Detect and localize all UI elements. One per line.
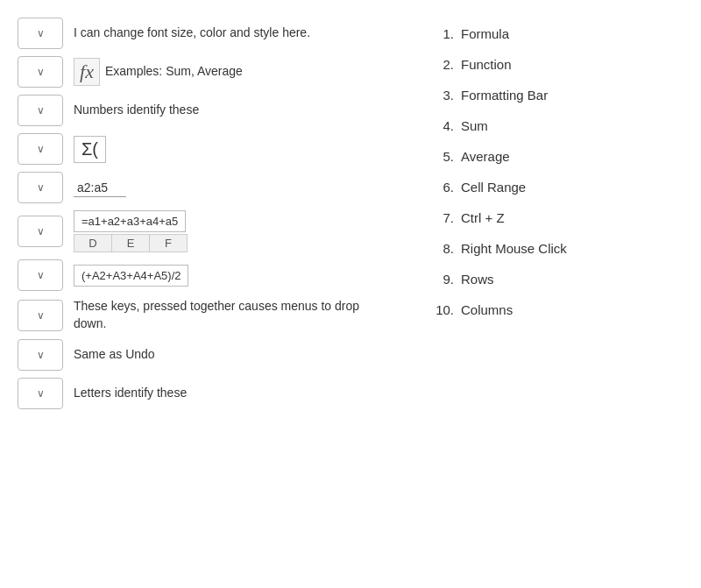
answer-text-1: Formula <box>461 26 509 41</box>
answer-item-10: 10.Columns <box>429 302 683 317</box>
dropdown-7[interactable]: ∨ <box>18 259 63 291</box>
right-column: 1.Formula2.Function3.Formatting Bar4.Sum… <box>429 18 683 409</box>
answer-item-7: 7.Ctrl + Z <box>429 210 683 225</box>
item-label-8: These keys, pressed together causes menu… <box>74 299 359 330</box>
answer-num-6: 6. <box>429 180 454 195</box>
item-label-2: Examples: Sum, Average <box>105 63 243 81</box>
answer-num-1: 1. <box>429 26 454 41</box>
answer-item-1: 1.Formula <box>429 26 683 41</box>
answer-text-10: Columns <box>461 302 513 317</box>
chevron-down-icon-4: ∨ <box>37 143 45 155</box>
item-content-10: Letters identify these <box>74 385 394 402</box>
answer-text-2: Function <box>461 57 512 72</box>
answer-num-9: 9. <box>429 272 454 287</box>
answer-item-3: 3.Formatting Bar <box>429 88 683 103</box>
answer-item-9: 9.Rows <box>429 272 683 287</box>
quiz-item-9: ∨ Same as Undo <box>18 339 394 371</box>
quiz-item-4: ∨ Σ( <box>18 133 394 165</box>
dropdown-1[interactable]: ∨ <box>18 18 63 49</box>
chevron-down-icon-5: ∨ <box>37 181 45 194</box>
chevron-down-icon-2: ∨ <box>37 66 45 78</box>
avg-formula-display: (+A2+A3+A4+A5)/2 <box>74 265 188 287</box>
item-content-7: (+A2+A3+A4+A5)/2 <box>74 265 394 287</box>
quiz-item-10: ∨ Letters identify these <box>18 378 394 409</box>
chevron-down-icon-6: ∨ <box>37 225 45 237</box>
dropdown-2[interactable]: ∨ <box>18 56 63 88</box>
chevron-down-icon-3: ∨ <box>37 104 45 117</box>
answer-text-5: Average <box>461 149 510 164</box>
col-d: D <box>74 235 112 251</box>
answer-text-8: Right Mouse Click <box>461 241 567 256</box>
answer-num-8: 8. <box>429 241 454 256</box>
quiz-item-3: ∨ Numbers identify these <box>18 95 394 126</box>
item-content-3: Numbers identify these <box>74 102 394 119</box>
fx-icon: fx <box>74 58 100 86</box>
item-content-6: =a1+a2+a3+a4+a5 D E F <box>74 210 394 252</box>
col-e: E <box>112 235 150 251</box>
item-label-9: Same as Undo <box>74 347 155 361</box>
answer-num-3: 3. <box>429 88 454 103</box>
chevron-down-icon-9: ∨ <box>37 349 45 361</box>
answer-item-2: 2.Function <box>429 57 683 72</box>
answer-num-2: 2. <box>429 57 454 72</box>
dropdown-10[interactable]: ∨ <box>18 378 63 409</box>
answer-num-4: 4. <box>429 118 454 133</box>
answer-text-6: Cell Range <box>461 180 526 195</box>
item-content-1: I can change font size, color and style … <box>74 25 394 42</box>
answer-item-8: 8.Right Mouse Click <box>429 241 683 256</box>
answer-text-7: Ctrl + Z <box>461 210 505 225</box>
col-f: F <box>150 235 187 251</box>
dropdown-5[interactable]: ∨ <box>18 172 63 203</box>
dropdown-9[interactable]: ∨ <box>18 339 63 371</box>
answer-item-5: 5.Average <box>429 149 683 164</box>
answer-item-6: 6.Cell Range <box>429 180 683 195</box>
item-label-3: Numbers identify these <box>74 103 199 117</box>
dropdown-6[interactable]: ∨ <box>18 216 63 247</box>
dropdown-8[interactable]: ∨ <box>18 300 63 331</box>
answer-num-10: 10. <box>429 302 454 317</box>
sum-symbol: Σ( <box>74 136 106 163</box>
item-label-1: I can change font size, color and style … <box>74 25 310 39</box>
quiz-item-5: ∨ a2:a5 <box>18 172 394 203</box>
answer-text-3: Formatting Bar <box>461 88 548 103</box>
item-content-5: a2:a5 <box>74 179 394 197</box>
item-content-2: fx Examples: Sum, Average <box>74 58 394 86</box>
main-container: ∨ I can change font size, color and styl… <box>18 18 683 409</box>
chevron-down-icon-10: ∨ <box>37 387 45 400</box>
dropdown-4[interactable]: ∨ <box>18 133 63 165</box>
quiz-item-6: ∨ =a1+a2+a3+a4+a5 D E F <box>18 210 394 252</box>
answer-num-5: 5. <box>429 149 454 164</box>
dropdown-3[interactable]: ∨ <box>18 95 63 126</box>
item-content-9: Same as Undo <box>74 346 394 364</box>
answer-num-7: 7. <box>429 210 454 225</box>
chevron-down-icon-1: ∨ <box>37 27 45 39</box>
quiz-item-2: ∨ fx Examples: Sum, Average <box>18 56 394 88</box>
fx-row: fx Examples: Sum, Average <box>74 58 394 86</box>
formula-display: =a1+a2+a3+a4+a5 <box>74 210 186 232</box>
chevron-down-icon-7: ∨ <box>37 269 45 281</box>
quiz-item-8: ∨ These keys, pressed together causes me… <box>18 298 394 332</box>
answer-text-4: Sum <box>461 118 488 133</box>
cell-range-display: a2:a5 <box>74 179 126 197</box>
col-headers: D E F <box>74 234 188 252</box>
item-content-4: Σ( <box>74 136 394 163</box>
item-label-10: Letters identify these <box>74 386 187 400</box>
chevron-down-icon-8: ∨ <box>37 309 45 322</box>
left-column: ∨ I can change font size, color and styl… <box>18 18 394 409</box>
quiz-item-7: ∨ (+A2+A3+A4+A5)/2 <box>18 259 394 291</box>
quiz-item-1: ∨ I can change font size, color and styl… <box>18 18 394 49</box>
answer-item-4: 4.Sum <box>429 118 683 133</box>
answer-text-9: Rows <box>461 272 494 287</box>
item-content-8: These keys, pressed together causes menu… <box>74 298 394 332</box>
